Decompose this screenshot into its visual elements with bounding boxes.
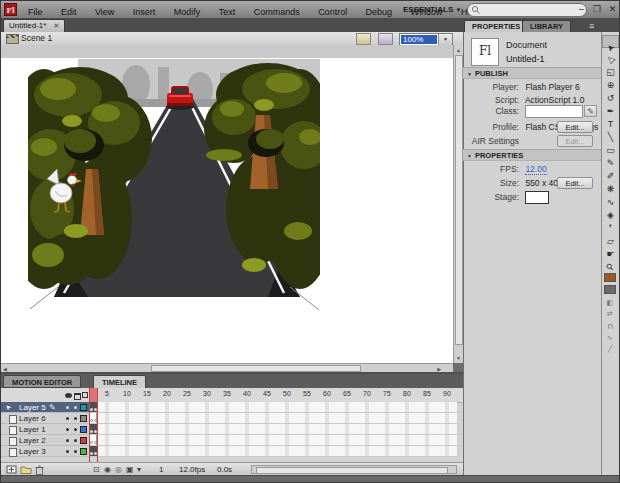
layer-lock-dot[interactable] bbox=[74, 439, 77, 442]
layer-lock-dot[interactable] bbox=[74, 450, 77, 453]
eraser-tool[interactable]: ▱ bbox=[602, 230, 619, 243]
edit-scene-icon[interactable] bbox=[356, 33, 371, 45]
bone-tool[interactable]: ∿ bbox=[602, 191, 619, 204]
layer-visibility-dot[interactable] bbox=[66, 439, 69, 442]
profile-edit-button[interactable]: Edit... bbox=[557, 121, 593, 133]
properties-section-header[interactable]: ▼PROPERTIES bbox=[463, 149, 601, 161]
snap-to-objects-option[interactable]: ⊓ bbox=[603, 321, 617, 332]
layer-outline-swatch[interactable] bbox=[80, 437, 87, 444]
chevron-down-icon[interactable]: ▼ bbox=[438, 34, 452, 45]
timeline-scroll-thumb[interactable] bbox=[256, 467, 448, 474]
properties-header-label: PROPERTIES bbox=[475, 151, 523, 160]
layer-name[interactable]: Layer 5 bbox=[19, 402, 46, 413]
new-folder-icon[interactable] bbox=[20, 465, 32, 474]
panel-menu-icon[interactable]: ≡ bbox=[589, 21, 594, 31]
lasso-tool[interactable]: ↺ bbox=[602, 87, 619, 100]
show-hide-layers-icon[interactable] bbox=[65, 393, 72, 398]
deco-tool[interactable]: ❋ bbox=[602, 178, 619, 191]
search-input[interactable] bbox=[467, 3, 587, 17]
timeline-layer-row[interactable]: ➤ Layer 5 ✎ bbox=[1, 402, 89, 413]
pencil-icon: ✎ bbox=[49, 402, 56, 413]
timeline-layer-row[interactable]: Layer 1 bbox=[1, 424, 89, 435]
stage-artwork[interactable] bbox=[28, 59, 320, 311]
3d-rotation-tool[interactable]: ⊕ bbox=[602, 74, 619, 87]
layer-visibility-dot[interactable] bbox=[66, 428, 69, 431]
document-tab[interactable]: Untitled-1* ✕ bbox=[3, 19, 65, 33]
timeline-layer-row[interactable]: Layer 6 bbox=[1, 413, 89, 424]
delete-layer-icon[interactable] bbox=[35, 465, 44, 475]
layer-outline-swatch[interactable] bbox=[80, 404, 87, 411]
restore-button[interactable]: ❐ bbox=[590, 2, 603, 17]
layer-visibility-dot[interactable] bbox=[66, 406, 69, 409]
ruler-tick: 45 bbox=[257, 390, 277, 397]
lock-layers-icon[interactable] bbox=[74, 393, 81, 400]
hand-tool[interactable]: ☛ bbox=[602, 243, 619, 256]
fps-value[interactable]: 12.00 bbox=[525, 164, 546, 175]
zoom-tool[interactable]: ⚲ bbox=[602, 256, 619, 269]
brush-tool[interactable]: ✐ bbox=[602, 165, 619, 178]
layer-visibility-dot[interactable] bbox=[66, 450, 69, 453]
class-input[interactable] bbox=[525, 105, 583, 118]
swap-colors-button[interactable]: ⇄ bbox=[603, 308, 617, 319]
profile-label: Profile: bbox=[463, 121, 519, 134]
smooth-option: ∿ bbox=[603, 332, 617, 343]
black-white-colors-button[interactable]: ◧ bbox=[603, 297, 617, 308]
timeline-layer-row[interactable]: Layer 3 bbox=[1, 446, 89, 457]
frame-grid[interactable] bbox=[89, 402, 457, 457]
layer-lock-dot[interactable] bbox=[74, 428, 77, 431]
workspace-switcher[interactable]: ESSENTIALS ▼ bbox=[399, 3, 465, 16]
layer-outline-swatch[interactable] bbox=[80, 426, 87, 433]
pasteboard bbox=[1, 45, 453, 58]
ruler-tick: 60 bbox=[317, 390, 337, 397]
outline-layers-icon[interactable] bbox=[82, 392, 88, 398]
new-layer-icon[interactable] bbox=[6, 465, 17, 474]
script-value: ActionScript 1.0 bbox=[525, 95, 585, 105]
scene-breadcrumb[interactable]: Scene 1 bbox=[21, 32, 52, 45]
eyedropper-tool[interactable]: ❜ bbox=[602, 217, 619, 230]
tab-motion-editor[interactable]: MOTION EDITOR bbox=[3, 375, 81, 388]
size-edit-button[interactable]: Edit... bbox=[557, 177, 593, 189]
playhead-line[interactable] bbox=[89, 388, 98, 462]
pencil-tool[interactable]: ✎ bbox=[602, 152, 619, 165]
publish-header-label: PUBLISH bbox=[475, 69, 508, 78]
document-name[interactable]: Untitled-1 bbox=[506, 54, 545, 64]
stage-color-swatch[interactable] bbox=[525, 191, 549, 204]
layer-name[interactable]: Layer 3 bbox=[19, 446, 46, 457]
flash-application-window: Fl File Edit View Insert Modify Text Com… bbox=[0, 0, 620, 483]
edit-symbol-icon[interactable] bbox=[378, 33, 393, 45]
free-transform-tool[interactable]: ◱ bbox=[602, 61, 619, 74]
air-settings-label: AIR Settings bbox=[463, 135, 519, 148]
text-tool[interactable]: T bbox=[602, 113, 619, 126]
close-button[interactable]: ✕ bbox=[606, 2, 619, 17]
line-tool[interactable]: ╲ bbox=[602, 126, 619, 139]
layer-lock-dot[interactable] bbox=[74, 417, 77, 420]
horizontal-scroll-thumb[interactable] bbox=[151, 365, 361, 372]
close-tab-icon[interactable]: ✕ bbox=[54, 22, 60, 29]
layer-visibility-dot[interactable] bbox=[66, 417, 69, 420]
timeline-scrollbar[interactable] bbox=[251, 465, 457, 474]
subselection-tool[interactable]: ▷ bbox=[602, 48, 619, 61]
paint-bucket-tool[interactable]: ◈ bbox=[602, 204, 619, 217]
tab-timeline[interactable]: TIMELINE bbox=[93, 375, 146, 388]
layer-name[interactable]: Layer 2 bbox=[19, 435, 46, 446]
rectangle-tool[interactable]: ▭ bbox=[602, 139, 619, 152]
ruler-tick: 80 bbox=[397, 390, 417, 397]
scroll-down-icon[interactable]: ▼ bbox=[456, 354, 461, 362]
stroke-color-swatch[interactable] bbox=[604, 273, 616, 282]
layer-name[interactable]: Layer 1 bbox=[19, 424, 46, 435]
layer-outline-swatch[interactable] bbox=[80, 415, 87, 422]
timeline-tab-strip: MOTION EDITOR TIMELINE bbox=[1, 374, 463, 388]
timeline-layer-row[interactable]: Layer 2 bbox=[1, 435, 89, 446]
scroll-up-icon[interactable]: ▲ bbox=[456, 46, 461, 54]
selection-tool[interactable]: ➤ bbox=[602, 35, 619, 48]
minimize-button[interactable]: – bbox=[575, 2, 588, 17]
pen-tool[interactable]: ✒ bbox=[602, 100, 619, 113]
ruler-tick: 40 bbox=[237, 390, 257, 397]
layer-name[interactable]: Layer 6 bbox=[19, 413, 46, 424]
publish-section-header[interactable]: ▼PUBLISH bbox=[463, 67, 601, 79]
pencil-icon[interactable]: ✎ bbox=[584, 105, 597, 117]
layer-lock-dot[interactable] bbox=[74, 406, 77, 409]
fill-color-swatch[interactable] bbox=[604, 285, 616, 294]
vertical-scroll-thumb[interactable] bbox=[455, 55, 463, 345]
layer-outline-swatch[interactable] bbox=[80, 448, 87, 455]
